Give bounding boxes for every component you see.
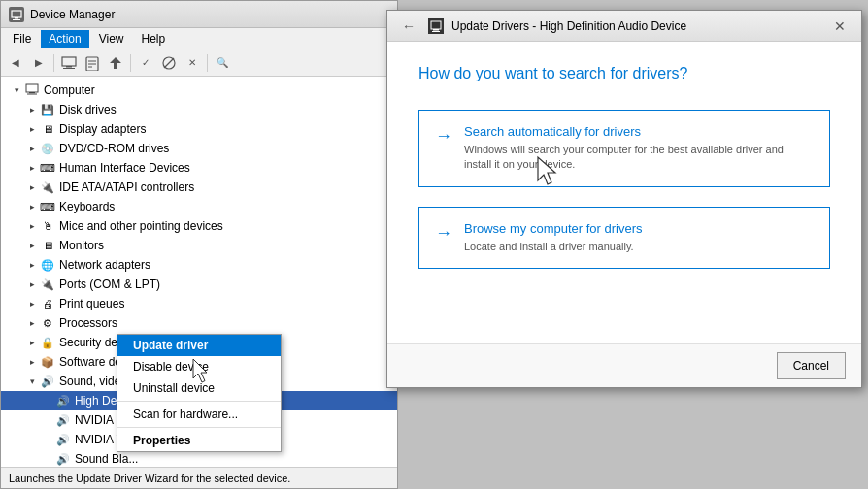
tree-label-keyboards: Keyboards	[59, 200, 115, 213]
dialog-close-button[interactable]: ✕	[828, 15, 851, 38]
menu-file[interactable]: File	[5, 30, 39, 48]
ctx-scan-hardware[interactable]: Scan for hardware...	[117, 404, 281, 425]
disk-icon	[40, 102, 55, 117]
tree-item-display[interactable]: ▸ Display adapters	[1, 119, 397, 139]
toolbar-properties[interactable]	[82, 52, 103, 74]
toolbar-sep-2	[130, 54, 131, 72]
nvidia-vi-icon	[55, 432, 71, 447]
mouse-icon	[40, 218, 55, 234]
tree-label-soundbla1: Sound Bla...	[75, 452, 138, 466]
tree-item-network[interactable]: ▸ Network adapters	[1, 255, 397, 275]
tree-toggle-security[interactable]: ▸	[24, 335, 40, 350]
tree-item-disk[interactable]: ▸ Disk drives	[1, 100, 397, 119]
tree-toggle-sound[interactable]: ▾	[24, 374, 40, 389]
print-icon	[40, 296, 55, 311]
svg-rect-16	[433, 29, 439, 31]
toolbar-sep-3	[207, 54, 208, 72]
tree-label-mice: Mice and other pointing devices	[59, 219, 223, 233]
dvd-icon	[40, 141, 55, 156]
dialog-option-browse[interactable]: → Browse my computer for drivers Locate …	[418, 207, 830, 269]
svg-rect-1	[15, 17, 18, 19]
toolbar-disable[interactable]	[158, 52, 180, 74]
browse-arrow: →	[435, 223, 452, 244]
keyboard-icon	[40, 199, 55, 214]
dialog-back-button[interactable]: ←	[397, 15, 420, 38]
menu-help[interactable]: Help	[134, 30, 174, 48]
ctx-update-driver[interactable]: Update driver	[117, 335, 281, 356]
svg-rect-12	[26, 84, 38, 92]
dm-title-icon	[9, 7, 24, 22]
tree-toggle-ide[interactable]: ▸	[24, 179, 40, 195]
toolbar-back[interactable]: ◀	[5, 52, 26, 74]
ctx-properties[interactable]: Properties	[117, 430, 281, 451]
tree-label-ports: Ports (COM & LPT)	[59, 277, 160, 291]
dialog-cancel-button[interactable]: Cancel	[777, 352, 846, 379]
toolbar-enable[interactable]: ✓	[135, 52, 156, 74]
tree-item-processors[interactable]: ▸ Processors	[1, 313, 397, 333]
dialog-option-auto-search[interactable]: → Search automatically for drivers Windo…	[418, 110, 830, 187]
auto-search-arrow: →	[435, 126, 452, 147]
software-icon	[40, 354, 55, 370]
toolbar-scan[interactable]: 🔍	[212, 52, 233, 74]
context-menu: Update driver Disable device Uninstall d…	[117, 334, 282, 452]
tree-label-disk: Disk drives	[59, 103, 117, 116]
tree-label-monitors: Monitors	[59, 239, 104, 252]
tree-item-monitors[interactable]: ▸ Monitors	[1, 236, 397, 255]
ctx-uninstall-device[interactable]: Uninstall device	[117, 377, 281, 399]
auto-search-desc: Windows will search your computer for th…	[464, 143, 814, 173]
tree-toggle-disk[interactable]: ▸	[24, 102, 40, 117]
menu-action[interactable]: Action	[41, 30, 88, 48]
tree-item-ide[interactable]: ▸ IDE ATA/ATAPI controllers	[1, 178, 397, 197]
toolbar-sep-1	[53, 54, 54, 72]
port-icon	[40, 277, 55, 292]
tree-item-keyboards[interactable]: ▸ Keyboards	[1, 197, 397, 216]
display-icon	[40, 121, 55, 137]
toolbar-update-driver[interactable]	[105, 52, 126, 74]
tree-label-processors: Processors	[59, 316, 117, 330]
tree-label-print: Print queues	[59, 297, 124, 310]
tree-label-ide: IDE ATA/ATAPI controllers	[59, 180, 194, 194]
menu-view[interactable]: View	[91, 30, 132, 48]
browse-content: Browse my computer for drivers Locate an…	[464, 221, 643, 254]
tree-toggle-display[interactable]: ▸	[24, 121, 40, 137]
auto-search-content: Search automatically for drivers Windows…	[464, 124, 814, 173]
tree-toggle-computer[interactable]: ▾	[9, 82, 24, 98]
tree-toggle-keyboards[interactable]: ▸	[24, 199, 40, 214]
tree-item-hid[interactable]: ▸ Human Interface Devices	[1, 158, 397, 178]
tree-item-computer[interactable]: ▾ Computer	[1, 81, 397, 100]
auto-search-title: Search automatically for drivers	[464, 124, 814, 139]
soundbla1-icon	[55, 451, 71, 467]
computer-icon	[24, 82, 40, 98]
tree-item-ports[interactable]: ▸ Ports (COM & LPT)	[1, 275, 397, 294]
tree-toggle-processors[interactable]: ▸	[24, 315, 40, 331]
svg-rect-4	[66, 66, 72, 68]
toolbar-forward[interactable]: ▶	[28, 52, 50, 74]
ctx-disable-device[interactable]: Disable device	[117, 356, 281, 377]
tree-toggle-network[interactable]: ▸	[24, 257, 40, 273]
svg-rect-15	[431, 21, 441, 29]
status-text: Launches the Update Driver Wizard for th…	[9, 473, 290, 484]
tree-toggle-dvd[interactable]: ▸	[24, 141, 40, 156]
dialog-title-left: ← Update Drivers - High Definition Audio…	[397, 15, 686, 38]
nvidia-hi-icon	[55, 412, 71, 428]
svg-rect-5	[63, 68, 75, 69]
tree-item-print[interactable]: ▸ Print queues	[1, 294, 397, 313]
toolbar-devicemgr[interactable]	[58, 52, 80, 74]
dialog-question: How do you want to search for drivers?	[418, 65, 830, 82]
tree-toggle-software[interactable]: ▸	[24, 354, 40, 370]
tree-toggle-print[interactable]: ▸	[24, 296, 40, 311]
toolbar-uninstall[interactable]: ✕	[182, 52, 203, 74]
browse-desc: Locate and install a driver manually.	[464, 240, 643, 254]
tree-toggle-hid[interactable]: ▸	[24, 160, 40, 176]
tree-toggle-ports[interactable]: ▸	[24, 277, 40, 292]
tree-toggle-monitors[interactable]: ▸	[24, 238, 40, 253]
tree-item-mice[interactable]: ▸ Mice and other pointing devices	[1, 216, 397, 236]
svg-rect-14	[27, 94, 37, 95]
tree-item-dvd[interactable]: ▸ DVD/CD-ROM drives	[1, 139, 397, 158]
ctx-sep-2	[117, 427, 281, 428]
dialog-title-icon	[428, 18, 444, 34]
dm-window-title: Device Manager	[30, 8, 389, 21]
tree-toggle-mice[interactable]: ▸	[24, 218, 40, 234]
watermark: UGET·FIX	[799, 470, 856, 481]
tree-label-computer: Computer	[44, 83, 95, 97]
